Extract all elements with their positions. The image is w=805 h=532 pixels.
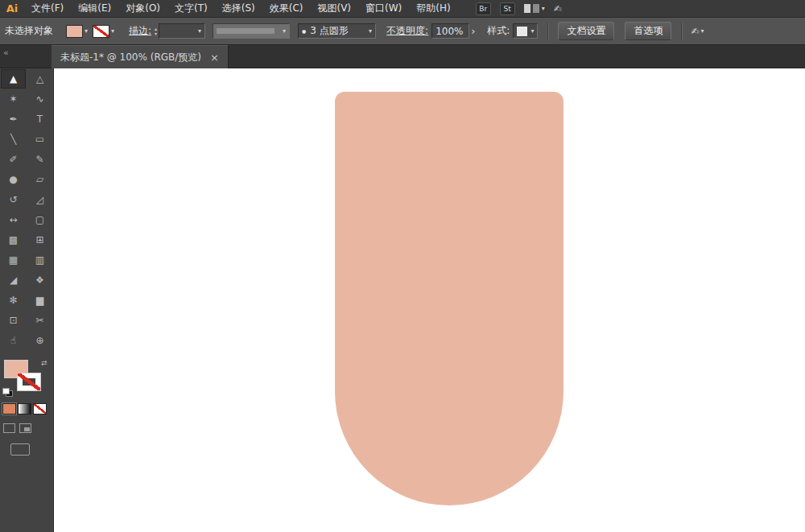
direct-selection-tool-icon: △ bbox=[36, 74, 43, 84]
gradient-tool[interactable]: ▥ bbox=[27, 250, 52, 270]
bridge-icon[interactable]: Br bbox=[476, 2, 491, 15]
draw-behind-icon[interactable] bbox=[19, 423, 31, 433]
chevron-down-icon: ▾ bbox=[283, 28, 286, 35]
menu-type[interactable]: 文字(T) bbox=[167, 0, 215, 17]
menu-view[interactable]: 视图(V) bbox=[310, 0, 358, 17]
draw-normal-icon[interactable] bbox=[3, 423, 15, 433]
menu-bar: Ai 文件(F)编辑(E)对象(O)文字(T)选择(S)效果(C)视图(V)窗口… bbox=[0, 0, 805, 18]
color-mode-buttons bbox=[2, 403, 47, 414]
stroke-weight-dropdown[interactable]: ▾ bbox=[159, 23, 205, 39]
stroke-weight-stepper[interactable]: ▴ ▾ bbox=[155, 27, 157, 35]
default-fill-stroke-icon[interactable] bbox=[2, 388, 12, 396]
draw-behind-inner bbox=[24, 427, 30, 431]
type-tool[interactable]: T bbox=[27, 109, 52, 129]
workspace-icon bbox=[524, 4, 530, 13]
pencil-tool[interactable]: ✎ bbox=[27, 150, 52, 169]
menu-help[interactable]: 帮助(H) bbox=[409, 0, 457, 17]
rectangle-tool[interactable]: ▭ bbox=[27, 130, 52, 149]
lasso-tool-icon: ∿ bbox=[35, 94, 43, 104]
separator bbox=[547, 23, 549, 40]
hand-tool[interactable]: ☝ bbox=[1, 331, 26, 350]
none-slash-icon bbox=[18, 373, 40, 390]
zoom-tool-icon: ⊕ bbox=[35, 336, 43, 345]
chevron-down-icon: ▾ bbox=[700, 28, 704, 35]
gradient-button[interactable] bbox=[18, 403, 31, 414]
shape-builder-tool[interactable]: ▩ bbox=[1, 230, 26, 250]
menu-object[interactable]: 对象(O) bbox=[118, 0, 167, 17]
brush-definition-dropdown[interactable]: ● 3 点圆形 ▾ bbox=[298, 23, 376, 39]
stroke-swatch[interactable] bbox=[17, 373, 41, 391]
menu-file[interactable]: 文件(F) bbox=[24, 0, 71, 17]
hand-tool-icon: ☝ bbox=[10, 336, 16, 345]
chevron-down-icon: ▾ bbox=[198, 28, 201, 35]
width-profile-dropdown[interactable]: ▾ bbox=[213, 23, 290, 39]
workspace-switcher[interactable]: ▾ bbox=[524, 4, 545, 13]
slice-tool[interactable]: ✂ bbox=[27, 311, 52, 330]
zoom-tool[interactable]: ⊕ bbox=[27, 331, 52, 350]
canvas[interactable] bbox=[54, 68, 805, 532]
menu-select[interactable]: 选择(S) bbox=[215, 0, 262, 17]
none-slash-icon bbox=[34, 404, 46, 414]
stock-icon[interactable]: St bbox=[500, 2, 515, 15]
document-setup-button[interactable]: 文档设置 bbox=[558, 22, 614, 40]
opacity-expander-icon[interactable]: › bbox=[469, 25, 477, 37]
rectangle-tool-icon: ▭ bbox=[35, 134, 44, 144]
style-dropdown[interactable]: ▾ bbox=[513, 23, 538, 39]
blob-brush-tool[interactable]: ● bbox=[1, 170, 26, 189]
swap-fill-stroke-icon[interactable]: ⇄ bbox=[41, 359, 47, 367]
separator bbox=[681, 23, 683, 40]
stroke-color-control[interactable]: ▾ bbox=[93, 25, 114, 38]
rotate-tool[interactable]: ↺ bbox=[1, 190, 26, 209]
stroke-panel-link[interactable]: 描边: bbox=[129, 24, 151, 38]
control-bar: 未选择对象 ▾ ▾ 描边: ▴ ▾ ▾ ▾ ● 3 点圆形 ▾ bbox=[0, 18, 805, 45]
screen-mode-button[interactable] bbox=[10, 443, 30, 456]
collapse-panel-icon[interactable]: « bbox=[3, 47, 9, 58]
document-tab[interactable]: 未标题-1* @ 100% (RGB/预览) × bbox=[52, 45, 229, 68]
direct-selection-tool[interactable]: △ bbox=[27, 69, 52, 89]
artboard-tool-icon: ⊡ bbox=[9, 315, 17, 325]
stroke-none-swatch[interactable] bbox=[93, 25, 109, 38]
artboard-tool[interactable]: ⊡ bbox=[1, 311, 26, 330]
eraser-tool[interactable]: ▱ bbox=[27, 170, 52, 189]
canvas-shape[interactable] bbox=[335, 92, 564, 505]
column-graph-tool[interactable]: ▆ bbox=[27, 291, 52, 310]
gradient-tool-icon: ▥ bbox=[35, 255, 44, 265]
fill-color-control[interactable]: ▾ bbox=[66, 25, 88, 38]
pen-tool[interactable]: ✒ bbox=[1, 109, 26, 129]
line-segment-tool[interactable]: ╲ bbox=[1, 130, 26, 149]
mesh-tool[interactable]: ▦ bbox=[1, 250, 26, 270]
scale-tool[interactable]: ◿ bbox=[27, 190, 52, 209]
paintbrush-tool[interactable]: ✐ bbox=[1, 150, 26, 169]
lasso-tool[interactable]: ∿ bbox=[27, 89, 52, 109]
cs-live-icon[interactable]: ✍ bbox=[554, 3, 562, 14]
app-logo-icon[interactable]: Ai bbox=[0, 0, 24, 17]
perspective-grid-tool-icon: ⊞ bbox=[35, 235, 43, 245]
tool-options-control[interactable]: ✍ ▾ bbox=[691, 26, 704, 37]
width-tool[interactable]: ↔ bbox=[1, 210, 26, 229]
symbol-sprayer-tool[interactable]: ✻ bbox=[1, 291, 26, 310]
opacity-field[interactable]: 100% bbox=[431, 23, 469, 39]
stepper-down-icon[interactable]: ▾ bbox=[155, 31, 157, 35]
type-tool-icon: T bbox=[37, 114, 43, 124]
none-button[interactable] bbox=[33, 403, 47, 414]
preferences-button[interactable]: 首选项 bbox=[625, 22, 671, 40]
menu-effect[interactable]: 效果(C) bbox=[262, 0, 311, 17]
menu-window[interactable]: 窗口(W) bbox=[358, 0, 409, 17]
opacity-panel-link[interactable]: 不透明度: bbox=[386, 24, 428, 38]
eyedropper-tool[interactable]: ◢ bbox=[1, 270, 26, 290]
perspective-grid-tool[interactable]: ⊞ bbox=[27, 230, 52, 250]
menu-edit[interactable]: 编辑(E) bbox=[71, 0, 118, 17]
style-swatch bbox=[517, 27, 527, 36]
free-transform-tool[interactable]: ▢ bbox=[27, 210, 52, 229]
selection-tool[interactable]: ▲ bbox=[1, 69, 26, 89]
free-transform-tool-icon: ▢ bbox=[35, 215, 44, 225]
color-button[interactable] bbox=[2, 403, 16, 414]
blend-tool[interactable]: ❖ bbox=[27, 270, 52, 290]
chevron-down-icon: ▾ bbox=[542, 6, 545, 12]
mesh-tool-icon: ▦ bbox=[9, 255, 18, 265]
opacity-value: 100% bbox=[436, 26, 463, 37]
close-icon[interactable]: × bbox=[210, 52, 219, 63]
fill-color-swatch[interactable] bbox=[66, 25, 83, 38]
magic-wand-tool[interactable]: ✶ bbox=[1, 89, 26, 109]
tools-panel: ▲△✶∿✒T╲▭✐✎●▱↺◿↔▢▩⊞▦▥◢❖✻▆⊡✂☝⊕ ⇄ bbox=[0, 68, 54, 532]
